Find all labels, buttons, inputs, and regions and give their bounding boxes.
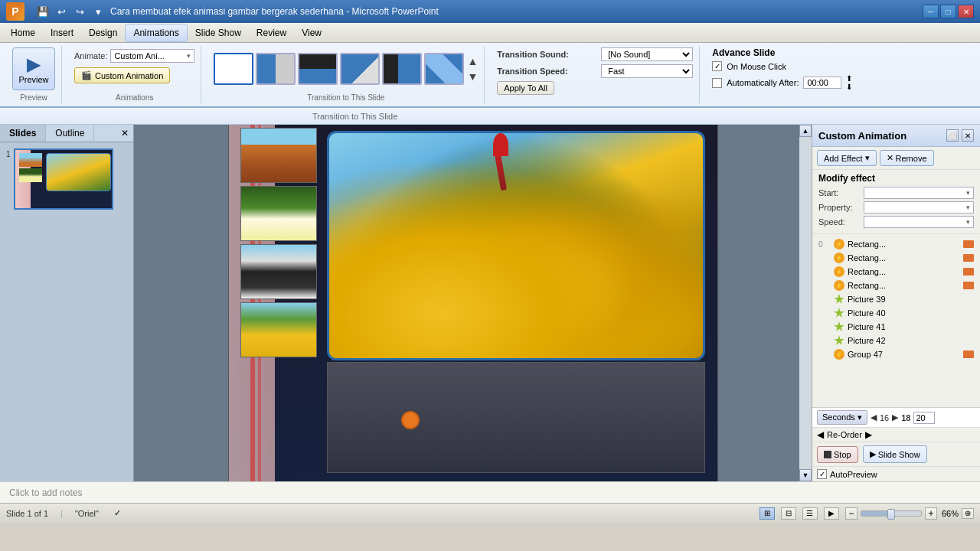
sound-select[interactable]: [No Sound]	[601, 47, 693, 61]
thumbnail-penguins[interactable]	[240, 244, 317, 299]
scroll-up-icon[interactable]: ▲	[799, 125, 812, 137]
speed-label: Transition Speed:	[497, 67, 596, 76]
customize-button[interactable]: ▾	[90, 4, 106, 19]
thumbnail-flowers[interactable]	[240, 186, 317, 241]
view-slidesorter-button[interactable]: ⊟	[781, 507, 796, 520]
anim-icon-8: ⚡	[834, 349, 844, 360]
anim-name-0: Rectang...	[848, 240, 960, 249]
anim-item-0[interactable]: 0 ⚡ Rectang...	[815, 237, 977, 251]
anim-item-3[interactable]: ⚡ Rectang...	[815, 279, 977, 292]
anim-item-4[interactable]: Picture 39	[815, 292, 977, 306]
redo-button[interactable]: ↪	[72, 4, 87, 19]
start-combo[interactable]: ▾	[864, 187, 974, 199]
anim-item-7[interactable]: Picture 42	[815, 334, 977, 347]
tab-slides[interactable]: Slides	[0, 125, 46, 142]
transition-none[interactable]	[214, 53, 253, 85]
view-normal-button[interactable]: ⊞	[760, 507, 775, 520]
slide-thumbnail-area[interactable]: 1	[0, 142, 133, 481]
mouse-click-checkbox[interactable]: ✓	[712, 61, 722, 71]
custom-animation-panel: Custom Animation ⬜ ✕ Add Effect ▾ ✕ Remo…	[812, 125, 980, 481]
transition-down-icon[interactable]: ▼	[467, 70, 478, 83]
transition-3[interactable]	[340, 53, 380, 85]
menu-insert[interactable]: Insert	[43, 24, 81, 41]
time-spinner-icon[interactable]: ⬆⬇	[846, 74, 852, 91]
transition-5[interactable]	[424, 53, 464, 85]
timeline-input[interactable]	[913, 412, 935, 424]
transition-up-icon[interactable]: ▲	[467, 55, 478, 67]
thumbnail-tulips[interactable]	[240, 302, 317, 357]
slide-thumb-item[interactable]: 1	[6, 148, 127, 210]
thumbnail-desert[interactable]	[240, 128, 317, 183]
trans-options: Transition Sound: [No Sound] Transition …	[497, 47, 693, 95]
notes-area[interactable]: Click to add notes	[0, 481, 980, 503]
view-reading-button[interactable]: ☰	[802, 507, 818, 520]
close-button[interactable]: ✕	[958, 5, 974, 18]
timeline-nav-left[interactable]: ◀	[871, 412, 877, 422]
trans-options-content: Transition Sound: [No Sound] Transition …	[497, 47, 693, 102]
main-flower-image[interactable]	[327, 131, 705, 360]
save-button[interactable]: 💾	[35, 4, 51, 19]
apply-all-button[interactable]: Apply To All	[497, 81, 554, 95]
transition-2[interactable]	[298, 53, 338, 85]
theme-check-icon[interactable]: ✓	[114, 508, 121, 518]
transition-4[interactable]	[382, 53, 422, 85]
remove-icon: ✕	[887, 153, 893, 163]
custom-anim-icon: 🎬	[81, 70, 92, 80]
reorder-row: ◀ Re-Order ▶	[812, 427, 980, 442]
speed-select[interactable]: Fast	[601, 64, 693, 78]
autopreview-checkbox[interactable]: ✓	[817, 469, 827, 479]
tab-outline[interactable]: Outline	[46, 125, 94, 142]
anim-item-1[interactable]: ⚡ Rectang...	[815, 251, 977, 265]
property-combo[interactable]: ▾	[864, 201, 974, 214]
anim-item-8[interactable]: ⚡ Group 47	[815, 347, 977, 361]
preview-button[interactable]: ▶ Preview	[12, 47, 55, 90]
stop-button[interactable]: Stop	[817, 446, 858, 463]
auto-after-input[interactable]	[803, 77, 841, 89]
fit-zoom-button[interactable]: ⊕	[962, 508, 974, 519]
apply-row: Apply To All	[497, 81, 693, 95]
timeline-val-16[interactable]: 16	[880, 413, 889, 422]
vertical-scrollbar[interactable]: ▲ ▼	[799, 125, 812, 481]
reorder-left-icon[interactable]: ◀	[817, 429, 824, 440]
minimize-button[interactable]: ─	[923, 5, 939, 18]
transition-1[interactable]	[256, 53, 296, 85]
menu-slideshow[interactable]: Slide Show	[188, 24, 249, 41]
zoom-in-button[interactable]: +	[925, 507, 937, 520]
reorder-right-icon[interactable]: ▶	[865, 429, 872, 440]
animations-content: Animate: Custom Ani... ▾ 🎬 Custom Animat…	[74, 47, 194, 90]
timeline-unit[interactable]: Seconds ▾	[817, 410, 867, 425]
timeline-val-18[interactable]: 18	[901, 413, 910, 422]
slide-thumbnail[interactable]	[14, 148, 113, 210]
undo-button[interactable]: ↩	[54, 4, 69, 19]
orange-dot[interactable]	[401, 411, 420, 429]
anim-list[interactable]: 0 ⚡ Rectang... ⚡ Rectang... ⚡ Rectang...…	[812, 234, 980, 407]
menu-design[interactable]: Design	[81, 24, 125, 41]
add-effect-button[interactable]: Add Effect ▾	[817, 150, 877, 166]
timeline-nav-right[interactable]: ▶	[892, 412, 898, 422]
anim-item-6[interactable]: Picture 41	[815, 320, 977, 334]
animate-combo[interactable]: Custom Ani... ▾	[110, 49, 194, 63]
zoom-slider[interactable]	[861, 510, 922, 517]
scroll-track	[799, 137, 812, 469]
menu-view[interactable]: View	[294, 24, 329, 41]
menu-animations[interactable]: Animations	[125, 24, 187, 42]
view-slideshow-button[interactable]: ▶	[824, 507, 839, 520]
scroll-down-icon[interactable]: ▼	[799, 469, 812, 481]
remove-button[interactable]: ✕ Remove	[880, 150, 934, 166]
close-panel-button[interactable]: ✕	[116, 125, 133, 142]
animate-row: Animate: Custom Ani... ▾	[74, 47, 194, 64]
auto-after-checkbox[interactable]	[712, 78, 722, 88]
anim-item-5[interactable]: Picture 40	[815, 306, 977, 320]
canvas-area[interactable]: ▲ ▼	[134, 125, 812, 481]
menu-review[interactable]: Review	[249, 24, 294, 41]
status-sep-1: |	[60, 509, 63, 518]
menu-home[interactable]: Home	[3, 24, 43, 41]
panel-close-button[interactable]: ✕	[962, 129, 974, 142]
custom-animation-button[interactable]: 🎬 Custom Animation	[74, 67, 170, 83]
slideshow-button[interactable]: ▶ Slide Show	[863, 445, 927, 463]
anim-item-2[interactable]: ⚡ Rectang...	[815, 265, 977, 279]
zoom-out-button[interactable]: −	[845, 507, 858, 520]
speed-combo[interactable]: ▾	[864, 216, 974, 228]
maximize-button[interactable]: □	[940, 5, 956, 18]
panel-float-button[interactable]: ⬜	[946, 129, 959, 142]
